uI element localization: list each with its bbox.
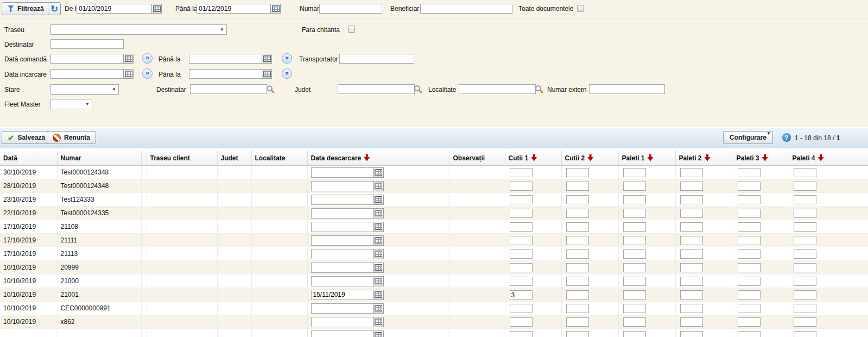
cutii-2-input[interactable]: [566, 168, 589, 177]
paleti-1-input[interactable]: [623, 290, 646, 299]
paleti-3-input[interactable]: [738, 236, 761, 245]
cutii-2-input[interactable]: [566, 277, 589, 286]
paleti-1-input[interactable]: [623, 168, 646, 177]
data-descarcare-input[interactable]: [311, 290, 374, 300]
paleti-4-input[interactable]: [794, 249, 816, 259]
beneficiar-input[interactable]: [420, 4, 512, 14]
paleti-2-input[interactable]: [680, 222, 703, 232]
data-descarcare-calendar-button[interactable]: [373, 303, 384, 314]
paleti-1-input[interactable]: [623, 195, 646, 204]
cutii-1-input[interactable]: [510, 209, 533, 218]
paleti-4-input[interactable]: [794, 195, 816, 204]
data-descarcare-calendar-button[interactable]: [373, 235, 384, 246]
copy-date-right-button[interactable]: »: [142, 53, 153, 64]
cutii-2-input[interactable]: [566, 317, 589, 327]
toate-documentele-checkbox[interactable]: [577, 5, 584, 12]
data-comanda-pana-input[interactable]: [189, 54, 262, 64]
cutii-1-input[interactable]: [510, 304, 533, 313]
data-descarcare-calendar-button[interactable]: [373, 208, 384, 219]
data-descarcare-calendar-button[interactable]: [373, 167, 384, 178]
paleti-3-input[interactable]: [738, 168, 761, 177]
cutii-1-input[interactable]: [510, 168, 533, 177]
paleti-2-input[interactable]: [680, 290, 703, 299]
data-descarcare-calendar-button[interactable]: [373, 290, 384, 300]
data-descarcare-input[interactable]: [311, 222, 374, 232]
paleti-2-input[interactable]: [680, 195, 703, 204]
paleti-3-input[interactable]: [738, 277, 761, 286]
data-descarcare-input[interactable]: [311, 263, 374, 273]
paleti-2-input[interactable]: [680, 277, 703, 286]
paleti-4-input[interactable]: [794, 317, 816, 327]
judet-search-icon[interactable]: [414, 85, 422, 93]
paleti-4-input[interactable]: [794, 168, 816, 177]
cutii-2-input[interactable]: [566, 263, 589, 272]
localitate-input[interactable]: [459, 84, 536, 94]
paleti-2-input[interactable]: [680, 182, 703, 191]
cutii-1-input[interactable]: [510, 331, 533, 337]
cutii-2-input[interactable]: [566, 290, 589, 299]
paleti-4-input[interactable]: [794, 182, 816, 191]
paleti-3-input[interactable]: [738, 317, 761, 327]
paleti-3-input[interactable]: [738, 195, 761, 204]
data-comanda-pana-calendar-button[interactable]: [262, 54, 272, 64]
stare-select[interactable]: ▼: [50, 84, 119, 95]
pana-la-calendar-button[interactable]: [270, 4, 281, 14]
cutii-1-input[interactable]: [510, 236, 533, 245]
fleet-master-select[interactable]: ▼: [50, 99, 92, 109]
sort-arrow-icon[interactable]: [364, 154, 370, 161]
paleti-4-input[interactable]: [794, 263, 816, 272]
expand-data-comanda-button[interactable]: »: [282, 53, 292, 64]
paleti-4-input[interactable]: [794, 209, 816, 218]
data-comanda-calendar-button[interactable]: [123, 54, 134, 64]
paleti-1-input[interactable]: [623, 236, 646, 245]
paleti-3-input[interactable]: [738, 263, 761, 272]
cancel-button[interactable]: Renunta: [47, 131, 96, 144]
data-descarcare-input[interactable]: [311, 167, 374, 178]
paleti-2-input[interactable]: [680, 317, 703, 327]
cutii-2-input[interactable]: [566, 222, 589, 232]
de-la-calendar-button[interactable]: [151, 4, 162, 14]
data-incarcare-pana-input[interactable]: [189, 69, 262, 79]
cutii-1-input[interactable]: [510, 182, 533, 191]
paleti-3-input[interactable]: [738, 209, 761, 218]
sort-arrow-icon[interactable]: [705, 154, 711, 161]
cutii-2-input[interactable]: [566, 182, 589, 191]
paleti-2-input[interactable]: [680, 168, 703, 177]
paleti-2-input[interactable]: [680, 263, 703, 272]
paleti-1-input[interactable]: [623, 304, 646, 313]
paleti-4-input[interactable]: [794, 304, 816, 313]
paleti-3-input[interactable]: [738, 249, 761, 259]
data-descarcare-input[interactable]: [311, 208, 374, 219]
paleti-4-input[interactable]: [794, 290, 816, 299]
paleti-1-input[interactable]: [623, 317, 646, 327]
data-descarcare-input[interactable]: [311, 195, 374, 205]
transportator-input[interactable]: [339, 54, 414, 64]
localitate-search-icon[interactable]: [535, 85, 543, 93]
paleti-2-input[interactable]: [680, 209, 703, 218]
cutii-1-input[interactable]: [510, 263, 533, 272]
sort-arrow-icon[interactable]: [531, 154, 537, 161]
paleti-3-input[interactable]: [738, 222, 761, 232]
traseu-select[interactable]: ▼: [50, 24, 227, 35]
data-comanda-input[interactable]: [50, 54, 124, 64]
expand-data-incarcare-button[interactable]: »: [282, 68, 292, 79]
destinatar-search-input[interactable]: [190, 84, 267, 94]
paleti-3-input[interactable]: [738, 304, 761, 313]
cutii-1-input[interactable]: [510, 277, 533, 286]
fara-chitanta-checkbox[interactable]: [348, 26, 355, 33]
paleti-2-input[interactable]: [680, 249, 703, 259]
cutii-2-input[interactable]: [566, 236, 589, 245]
data-descarcare-input[interactable]: [311, 249, 374, 259]
pana-la-input[interactable]: [197, 4, 271, 14]
cutii-2-input[interactable]: [566, 209, 589, 218]
paleti-1-input[interactable]: [623, 331, 646, 337]
save-button[interactable]: ✔ Salvează: [2, 131, 51, 144]
numar-extern-input[interactable]: [589, 84, 665, 94]
data-descarcare-input[interactable]: [311, 330, 374, 337]
help-icon[interactable]: ?: [782, 133, 791, 142]
paleti-1-input[interactable]: [623, 263, 646, 272]
sort-arrow-icon[interactable]: [648, 154, 654, 161]
data-descarcare-input[interactable]: [311, 303, 374, 314]
paleti-3-input[interactable]: [738, 182, 761, 191]
data-descarcare-calendar-button[interactable]: [373, 263, 384, 273]
